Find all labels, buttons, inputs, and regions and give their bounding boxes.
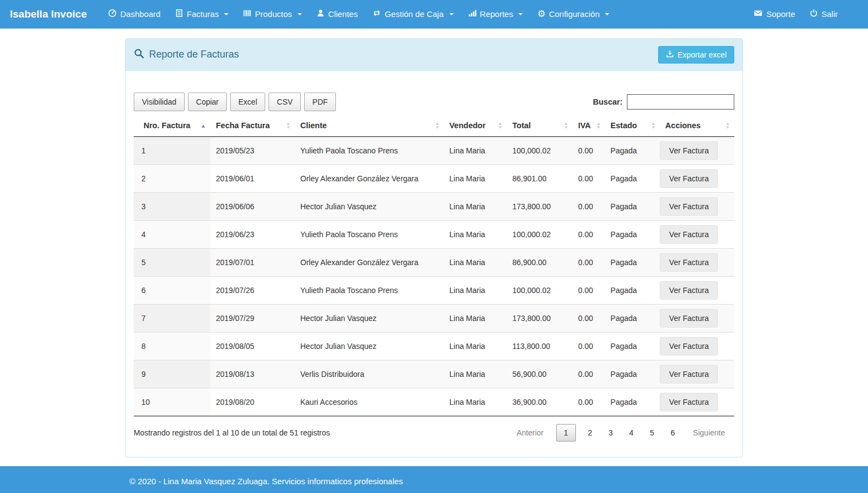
col-header-cliente[interactable]: Cliente ▲▼ bbox=[295, 114, 444, 137]
cell-nro-factura: 1 bbox=[134, 137, 210, 165]
col-label: Total bbox=[512, 121, 531, 130]
ver-factura-button[interactable]: Ver Factura bbox=[660, 141, 718, 160]
ver-factura-button[interactable]: Ver Factura bbox=[660, 309, 718, 328]
cell-total: 86,901.00 bbox=[507, 165, 573, 193]
cell-vendedor: Lina Maria bbox=[444, 277, 507, 305]
cell-total: 173,800.00 bbox=[507, 305, 573, 333]
cell-vendedor: Lina Maria bbox=[444, 388, 507, 416]
col-label: IVA bbox=[578, 121, 591, 130]
copy-button[interactable]: Copiar bbox=[188, 93, 227, 111]
pagination-page-1[interactable]: 1 bbox=[556, 424, 576, 442]
cell-estado: Pagada bbox=[605, 277, 660, 305]
panel-heading: Reporte de Facturas Exportar excel bbox=[125, 39, 743, 71]
brand-link[interactable]: Isabella Invoice bbox=[10, 8, 87, 20]
cell-estado: Pagada bbox=[605, 221, 660, 249]
ver-factura-button[interactable]: Ver Factura bbox=[660, 169, 718, 188]
search-icon bbox=[134, 48, 144, 61]
col-header-total[interactable]: Total ▲▼ bbox=[507, 114, 573, 137]
page-title: Reporte de Facturas bbox=[134, 48, 239, 61]
pagination-page-3[interactable]: 3 bbox=[601, 424, 620, 442]
export-excel-label: Exportar excel bbox=[678, 50, 727, 59]
cell-estado: Pagada bbox=[605, 333, 660, 360]
col-header-iva[interactable]: IVA ▲▼ bbox=[573, 114, 605, 137]
cell-iva: 0.00 bbox=[573, 165, 605, 193]
cell-fecha-factura: 2019/08/13 bbox=[210, 360, 295, 388]
col-header-vendedor[interactable]: Vendedor ▲▼ bbox=[444, 114, 507, 137]
ver-factura-button[interactable]: Ver Factura bbox=[660, 337, 718, 356]
cell-vendedor: Lina Maria bbox=[444, 137, 507, 165]
cell-acciones: Ver Factura bbox=[660, 137, 734, 165]
ver-factura-button[interactable]: Ver Factura bbox=[660, 281, 718, 300]
cell-cliente: Yulieth Paola Toscano Prens bbox=[295, 221, 444, 249]
pagination-previous[interactable]: Anterior bbox=[507, 424, 553, 442]
nav-item-label: Reportes bbox=[480, 9, 513, 19]
excel-button[interactable]: Excel bbox=[230, 93, 265, 111]
cell-total: 100,000.02 bbox=[507, 277, 573, 305]
ver-factura-button[interactable]: Ver Factura bbox=[660, 225, 718, 244]
table-row: 1 2019/05/23 Yulieth Paola Toscano Prens… bbox=[134, 137, 734, 165]
nav-item-dashboard[interactable]: Dashboard bbox=[101, 0, 167, 28]
ver-factura-button[interactable]: Ver Factura bbox=[660, 253, 718, 272]
col-header-acciones[interactable]: Acciones ▲▼ bbox=[660, 114, 734, 137]
cell-vendedor: Lina Maria bbox=[444, 360, 507, 388]
cell-iva: 0.00 bbox=[573, 360, 605, 388]
cell-cliente: Kauri Accesorios bbox=[295, 388, 444, 416]
cell-cliente: Hector Julian Vasquez bbox=[295, 305, 444, 333]
pagination-page-5[interactable]: 5 bbox=[642, 424, 662, 442]
pagination-next[interactable]: Siguiente bbox=[684, 424, 734, 442]
cell-acciones: Ver Factura bbox=[660, 388, 734, 416]
pagination-page-4[interactable]: 4 bbox=[621, 424, 641, 442]
nav-item-label: Facturas bbox=[187, 9, 219, 19]
nav-item-clientes[interactable]: Clientes bbox=[309, 0, 365, 28]
col-label: Fecha Factura bbox=[216, 121, 270, 130]
col-label: Estado bbox=[610, 121, 637, 130]
invoice-table-body: 1 2019/05/23 Yulieth Paola Toscano Prens… bbox=[134, 137, 734, 416]
cell-acciones: Ver Factura bbox=[660, 165, 734, 193]
pagination-page-6[interactable]: 6 bbox=[663, 424, 683, 442]
nav-item-gestion-de-caja[interactable]: Gestión de Caja bbox=[365, 0, 461, 28]
pdf-button[interactable]: PDF bbox=[304, 93, 336, 111]
export-excel-button[interactable]: Exportar excel bbox=[658, 46, 734, 64]
table-controls: Visibilidad Copiar Excel CSV PDF Buscar: bbox=[134, 93, 734, 111]
col-header-fecha-factura[interactable]: Fecha Factura ▲▼ bbox=[210, 114, 295, 137]
cell-acciones: Ver Factura bbox=[660, 333, 734, 360]
dashboard-icon bbox=[108, 9, 117, 19]
nav-item-reportes[interactable]: Reportes bbox=[461, 0, 530, 28]
sort-both-icon: ▲▼ bbox=[435, 122, 439, 129]
cell-iva: 0.00 bbox=[573, 333, 605, 360]
col-header-estado[interactable]: Estado ▲▼ bbox=[605, 114, 660, 137]
pagination: Anterior 1 2 3 4 5 6 Siguiente bbox=[506, 424, 734, 442]
table-row: 8 2019/08/05 Hector Julian Vasquez Lina … bbox=[134, 333, 734, 360]
ver-factura-button[interactable]: Ver Factura bbox=[660, 197, 718, 216]
chevron-down-icon bbox=[605, 13, 609, 15]
copyright-text: © 2020 - Lina Maria Vasquez Zuluaga. Ser… bbox=[125, 466, 743, 493]
nav-item-label: Salir bbox=[821, 9, 838, 19]
nav-item-configuracion[interactable]: ⚙ Configuración bbox=[530, 0, 616, 28]
cell-fecha-factura: 2019/08/05 bbox=[210, 333, 295, 360]
cell-acciones: Ver Factura bbox=[660, 193, 734, 221]
cell-iva: 0.00 bbox=[573, 137, 605, 165]
ver-factura-button[interactable]: Ver Factura bbox=[660, 393, 718, 411]
search-input[interactable] bbox=[627, 94, 734, 110]
csv-button[interactable]: CSV bbox=[269, 93, 301, 111]
cell-estado: Pagada bbox=[605, 193, 660, 221]
col-label: Cliente bbox=[300, 121, 327, 130]
sort-both-icon: ▲▼ bbox=[726, 122, 730, 129]
pagination-page-2[interactable]: 2 bbox=[580, 424, 600, 442]
cell-cliente: Orley Alexander González Vergara bbox=[295, 249, 444, 277]
cell-cliente: Orley Alexander González Vergara bbox=[295, 165, 444, 193]
cell-vendedor: Lina Maria bbox=[444, 165, 507, 193]
nav-item-salir[interactable]: Salir bbox=[802, 0, 845, 28]
nav-item-productos[interactable]: Productos bbox=[236, 0, 309, 28]
col-header-nro-factura[interactable]: Nro. Factura ▲ bbox=[134, 114, 210, 137]
cell-estado: Pagada bbox=[605, 165, 660, 193]
main-container: Reporte de Facturas Exportar excel Visib… bbox=[125, 28, 743, 457]
cell-estado: Pagada bbox=[605, 137, 660, 165]
nav-item-facturas[interactable]: Facturas bbox=[168, 0, 236, 28]
nav-item-label: Dashboard bbox=[120, 9, 160, 19]
nav-item-soporte[interactable]: Soporte bbox=[746, 0, 802, 28]
cell-nro-factura: 10 bbox=[134, 388, 210, 416]
ver-factura-button[interactable]: Ver Factura bbox=[660, 365, 718, 383]
visibility-button[interactable]: Visibilidad bbox=[134, 93, 185, 111]
invoice-list-icon bbox=[175, 9, 184, 19]
